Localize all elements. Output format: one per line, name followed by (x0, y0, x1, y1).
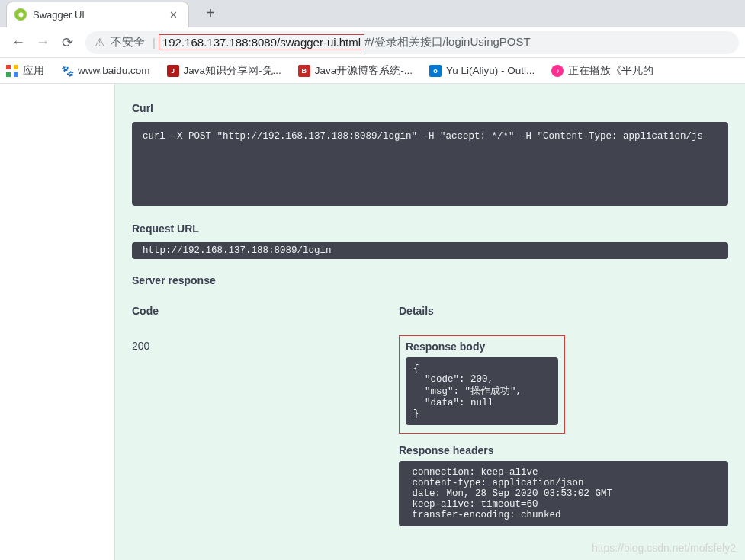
insecure-label: 不安全 (111, 35, 145, 50)
b-icon: B (298, 65, 310, 77)
bookmark-outlook[interactable]: oYu Li(Aliyu) - Outl... (429, 65, 535, 77)
insecure-icon: ⚠ (95, 36, 104, 50)
response-body-section: Response body { "code": 200, "msg": "操作成… (399, 335, 565, 434)
request-url-label: Request URL (132, 222, 728, 235)
outlook-icon: o (429, 65, 442, 77)
response-headers-block[interactable]: connection: keep-alive content-type: app… (399, 461, 728, 526)
nav-bar: ← → ⟳ ⚠ 不安全 | 192.168.137.188:8089/swagg… (0, 27, 745, 58)
response-body-block[interactable]: { "code": 200, "msg": "操作成功", "data": nu… (406, 357, 558, 425)
bookmarks-bar: 应用 🐾www.baidu.com JJava知识分享网-免... BJava开… (0, 58, 745, 84)
swagger-favicon: ⬢ (14, 8, 27, 21)
bookmark-java2[interactable]: BJava开源博客系统-... (298, 64, 413, 78)
new-tab-button[interactable]: + (200, 3, 221, 24)
code-header: Code (132, 305, 399, 335)
forward-button[interactable]: → (31, 30, 55, 55)
swagger-response-panel: Curl curl -X POST "http://192.168.137.18… (114, 84, 745, 560)
curl-label: Curl (132, 102, 728, 114)
reload-button[interactable]: ⟳ (55, 30, 79, 55)
details-header: Details (399, 305, 728, 335)
watermark: https://blog.csdn.net/mofsfely2 (592, 542, 736, 554)
apps-shortcut[interactable]: 应用 (6, 64, 44, 78)
browser-tab[interactable]: ⬢ Swagger UI ✕ (6, 2, 189, 27)
baidu-icon: 🐾 (61, 65, 73, 77)
response-headers-section: Response headers connection: keep-alive … (399, 444, 728, 526)
bookmark-java1[interactable]: JJava知识分享网-免... (167, 64, 281, 78)
apps-icon (6, 65, 18, 77)
tab-bar: ⬢ Swagger UI ✕ + (0, 0, 745, 27)
page-content: Curl curl -X POST "http://192.168.137.18… (0, 84, 745, 560)
url-rest: #/登录相关接口/loginUsingPOST (364, 35, 531, 50)
bookmark-playing[interactable]: ♪正在播放《平凡的 (551, 64, 653, 78)
response-headers-label: Response headers (399, 444, 728, 456)
j-icon: J (167, 65, 179, 77)
request-url-block[interactable]: http://192.168.137.188:8089/login (132, 242, 728, 259)
close-tab-icon[interactable]: ✕ (169, 9, 178, 21)
back-button[interactable]: ← (6, 30, 31, 55)
response-body-label: Response body (406, 341, 558, 353)
status-code: 200 (132, 335, 399, 352)
curl-command-block[interactable]: curl -X POST "http://192.168.137.188:808… (132, 122, 728, 206)
address-bar[interactable]: ⚠ 不安全 | 192.168.137.188:8089/swagger-ui.… (85, 31, 739, 54)
server-response-label: Server response (132, 274, 728, 286)
bookmark-baidu[interactable]: 🐾www.baidu.com (61, 65, 150, 77)
music-icon: ♪ (551, 65, 564, 77)
tab-title: Swagger UI (33, 9, 146, 21)
url-highlighted: 192.168.137.188:8089/swagger-ui.html (159, 34, 364, 50)
